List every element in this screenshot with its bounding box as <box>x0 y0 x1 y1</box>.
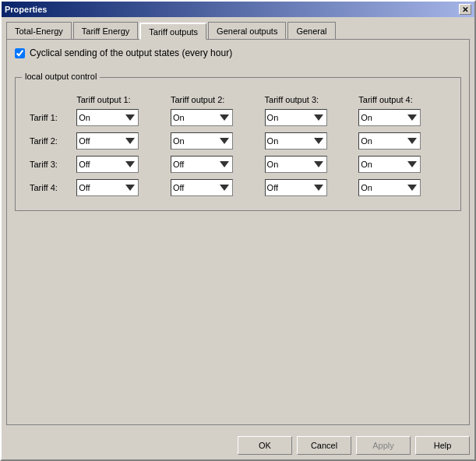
select-tariff1-output4[interactable]: OnOff <box>358 109 421 126</box>
col-header-output3: Tariff output 3: <box>262 93 356 106</box>
tab-total-energy[interactable]: Total-Energy <box>6 22 72 39</box>
col-header-empty <box>26 93 73 106</box>
cell-tariff3-output3: OnOff <box>262 153 356 176</box>
cell-tariff4-output3: OnOff <box>262 176 356 199</box>
cell-tariff4-output1: OnOff <box>73 176 167 199</box>
col-header-output2: Tariff output 2: <box>167 93 262 106</box>
content-area: Total-Energy Tariff Energy Tariff output… <box>2 17 474 430</box>
table-row: Tariff 4:OnOffOnOffOnOffOnOff <box>26 176 450 199</box>
cell-tariff2-output4: OnOff <box>355 129 450 153</box>
ok-button[interactable]: OK <box>238 436 292 455</box>
cell-tariff2-output3: OnOff <box>262 129 356 153</box>
select-tariff1-output3[interactable]: OnOff <box>265 109 327 126</box>
tab-bar: Total-Energy Tariff Energy Tariff output… <box>6 22 470 39</box>
local-output-control-group: local output control Tariff output 1: Ta… <box>15 77 461 211</box>
title-bar-text: Properties <box>5 5 47 14</box>
select-tariff3-output1[interactable]: OnOff <box>76 156 139 173</box>
col-header-output1: Tariff output 1: <box>73 93 167 106</box>
select-tariff4-output1[interactable]: OnOff <box>76 179 139 196</box>
bottom-bar: OK Cancel Apply Help <box>2 430 474 459</box>
select-tariff1-output2[interactable]: OnOff <box>171 109 233 126</box>
main-window: Properties ✕ Total-Energy Tariff Energy … <box>0 0 476 461</box>
select-tariff2-output3[interactable]: OnOff <box>265 132 327 150</box>
table-row: Tariff 1:OnOffOnOffOnOffOnOff <box>26 106 450 129</box>
cell-tariff1-output3: OnOff <box>262 106 356 129</box>
close-button[interactable]: ✕ <box>459 4 471 15</box>
col-header-output4: Tariff output 4: <box>355 93 450 106</box>
apply-button[interactable]: Apply <box>356 436 411 455</box>
cyclical-sending-row: Cyclical sending of the output states (e… <box>15 48 461 58</box>
tab-panel-tariff-outputs: Cyclical sending of the output states (e… <box>6 39 470 425</box>
row-label-tariff-4: Tariff 4: <box>26 176 73 199</box>
select-tariff3-output4[interactable]: OnOff <box>358 156 421 173</box>
group-box-legend: local output control <box>22 72 100 81</box>
select-tariff4-output3[interactable]: OnOff <box>265 179 327 196</box>
select-tariff3-output2[interactable]: OnOff <box>171 156 233 173</box>
tab-tariff-outputs[interactable]: Tariff outputs <box>139 23 206 40</box>
cancel-button[interactable]: Cancel <box>297 436 351 455</box>
tariff-output-table: Tariff output 1: Tariff output 2: Tariff… <box>26 93 450 199</box>
select-tariff2-output4[interactable]: OnOff <box>358 132 421 150</box>
cyclical-sending-label: Cyclical sending of the output states (e… <box>30 48 232 58</box>
select-tariff2-output1[interactable]: OnOff <box>76 132 139 150</box>
table-row: Tariff 3:OnOffOnOffOnOffOnOff <box>26 153 450 176</box>
cell-tariff3-output4: OnOff <box>355 153 450 176</box>
cell-tariff4-output4: OnOff <box>355 176 450 199</box>
row-label-tariff-2: Tariff 2: <box>26 129 73 153</box>
select-tariff2-output2[interactable]: OnOff <box>171 132 233 150</box>
row-label-tariff-3: Tariff 3: <box>26 153 73 176</box>
select-tariff3-output3[interactable]: OnOff <box>265 156 327 173</box>
cell-tariff3-output1: OnOff <box>73 153 167 176</box>
cell-tariff2-output1: OnOff <box>73 129 167 153</box>
cell-tariff1-output4: OnOff <box>355 106 450 129</box>
cyclical-sending-checkbox[interactable] <box>15 48 25 58</box>
title-bar: Properties ✕ <box>2 2 474 17</box>
tab-general-outputs[interactable]: General outputs <box>208 22 286 39</box>
cell-tariff4-output2: OnOff <box>167 176 262 199</box>
select-tariff4-output2[interactable]: OnOff <box>171 179 233 196</box>
cell-tariff3-output2: OnOff <box>167 153 262 176</box>
cell-tariff1-output1: OnOff <box>73 106 167 129</box>
table-row: Tariff 2:OnOffOnOffOnOffOnOff <box>26 129 450 153</box>
select-tariff1-output1[interactable]: OnOff <box>76 109 139 126</box>
tab-general[interactable]: General <box>287 22 335 39</box>
select-tariff4-output4[interactable]: OnOff <box>358 179 421 196</box>
cell-tariff1-output2: OnOff <box>167 106 262 129</box>
tab-tariff-energy[interactable]: Tariff Energy <box>73 22 139 39</box>
help-button[interactable]: Help <box>415 436 470 455</box>
row-label-tariff-1: Tariff 1: <box>26 106 73 129</box>
cell-tariff2-output2: OnOff <box>167 129 262 153</box>
